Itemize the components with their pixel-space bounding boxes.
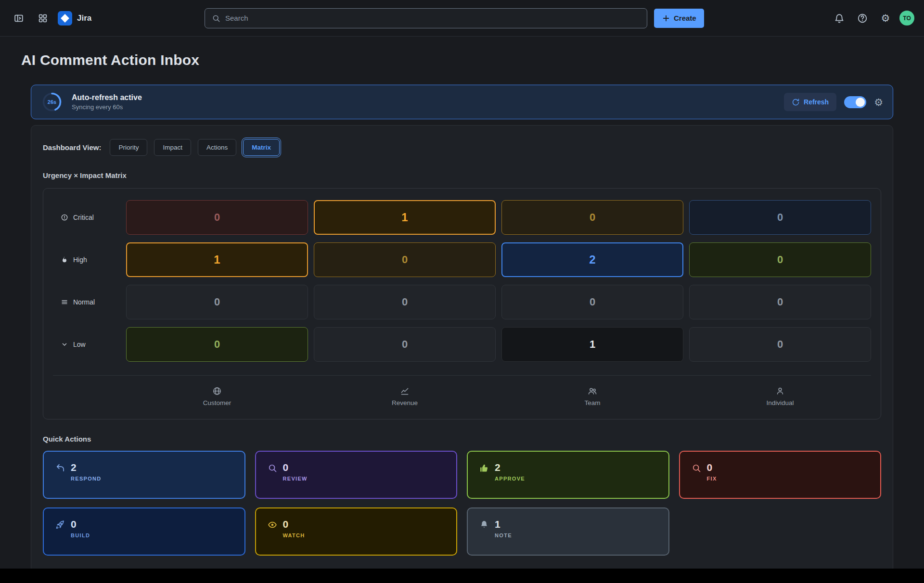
- search-icon: [212, 14, 220, 23]
- quick-action-label: APPROVE: [495, 476, 525, 482]
- toggle-knob: [856, 98, 865, 107]
- quick-action-count: 1: [495, 519, 512, 529]
- help-button[interactable]: [853, 9, 872, 27]
- banner-settings-gear-icon[interactable]: ⚙: [874, 97, 883, 107]
- quick-action-label: NOTE: [495, 532, 512, 538]
- matrix-cell-low-individual[interactable]: 0: [689, 327, 871, 362]
- matrix-column-revenue: Revenue: [314, 386, 496, 406]
- refresh-icon: [792, 98, 800, 106]
- bottom-strip: [0, 569, 924, 583]
- view-button-matrix[interactable]: Matrix: [243, 139, 280, 156]
- rocket-icon: [55, 520, 65, 530]
- quick-action-label: WATCH: [283, 532, 305, 538]
- sidebar-toggle-icon: [13, 13, 24, 24]
- quick-action-label: BUILD: [71, 532, 90, 538]
- quick-action-review[interactable]: 0 REVIEW: [255, 451, 458, 499]
- matrix-cell-low-customer[interactable]: 0: [126, 327, 308, 362]
- jira-home-link[interactable]: Jira: [58, 11, 91, 25]
- refresh-button[interactable]: Refresh: [784, 93, 836, 111]
- matrix-cell-normal-customer[interactable]: 0: [126, 285, 308, 319]
- sidebar-toggle-button[interactable]: [10, 9, 28, 27]
- notifications-button[interactable]: [830, 9, 848, 27]
- matrix-divider: [53, 375, 871, 376]
- bell-icon: [479, 520, 489, 532]
- matrix-cell-low-revenue[interactable]: 0: [314, 327, 496, 362]
- matrix-section-title: Urgency × Impact Matrix: [43, 171, 881, 179]
- matrix-cell-critical-team[interactable]: 0: [501, 200, 683, 235]
- top-navigation-bar: Jira Create: [0, 0, 924, 37]
- app-grid-icon: [38, 13, 48, 24]
- countdown-ring: 26s: [41, 91, 63, 113]
- quick-action-label: REVIEW: [283, 476, 308, 482]
- plus-icon: [662, 14, 670, 23]
- alert-circle-icon: [61, 214, 68, 221]
- page-title: AI Comment Action Inbox: [21, 52, 924, 68]
- dashboard-view-label: Dashboard View:: [43, 143, 101, 152]
- app-name: Jira: [77, 13, 91, 23]
- create-button[interactable]: Create: [654, 9, 704, 28]
- matrix-cell-critical-revenue[interactable]: 1: [314, 200, 496, 235]
- reply-icon: [55, 463, 65, 473]
- matrix-cell-high-individual[interactable]: 0: [689, 242, 871, 277]
- countdown-label: 26s: [48, 99, 56, 105]
- view-button-actions[interactable]: Actions: [198, 139, 236, 156]
- global-search[interactable]: [205, 8, 647, 28]
- quick-action-approve[interactable]: 2 APPROVE: [467, 451, 669, 499]
- user-avatar[interactable]: TO: [899, 11, 914, 25]
- banner-title: Auto-refresh active: [72, 93, 142, 102]
- dashboard-view-switcher: Dashboard View: Priority Impact Actions …: [43, 139, 881, 156]
- matrix-cell-normal-revenue[interactable]: 0: [314, 285, 496, 319]
- matrix-column-individual: Individual: [689, 386, 871, 406]
- search-icon: [268, 463, 277, 473]
- quick-action-note[interactable]: 1 NOTE: [467, 507, 669, 556]
- quick-action-label: FIX: [707, 476, 717, 482]
- matrix-cell-critical-customer[interactable]: 0: [126, 200, 308, 235]
- chevron-down-icon: [61, 341, 68, 348]
- matrix-cell-low-team[interactable]: 1: [501, 327, 683, 362]
- user-icon: [775, 386, 785, 396]
- quick-actions-grid: 2 RESPOND 0 REVIEW 2 APPRO: [43, 451, 881, 556]
- quick-action-count: 0: [71, 519, 90, 529]
- matrix-cell-high-revenue[interactable]: 0: [314, 242, 496, 277]
- globe-icon: [212, 386, 222, 396]
- quick-action-count: 2: [495, 462, 525, 472]
- line-chart-icon: [400, 386, 410, 396]
- matrix-row-label-critical: Critical: [53, 200, 120, 235]
- matrix-row-label-low: Low: [53, 327, 120, 362]
- urgency-impact-matrix: Critical 0 1 0 0 High 1 0 2 0: [43, 188, 881, 419]
- quick-action-watch[interactable]: 0 WATCH: [255, 507, 458, 556]
- quick-action-count: 0: [283, 519, 305, 529]
- search-input[interactable]: [225, 14, 640, 22]
- quick-action-fix[interactable]: 0 FIX: [679, 451, 882, 499]
- matrix-cell-high-customer[interactable]: 1: [126, 242, 308, 277]
- matrix-cell-high-team[interactable]: 2: [501, 242, 683, 277]
- matrix-cell-critical-individual[interactable]: 0: [689, 200, 871, 235]
- quick-action-count: 0: [707, 462, 717, 472]
- question-circle-icon: [857, 13, 868, 24]
- quick-action-build[interactable]: 0 BUILD: [43, 507, 245, 556]
- users-icon: [588, 386, 597, 396]
- quick-action-respond[interactable]: 2 RESPOND: [43, 451, 245, 499]
- matrix-column-team: Team: [501, 386, 683, 406]
- banner-subtitle: Syncing every 60s: [72, 103, 142, 111]
- gear-icon: ⚙: [881, 13, 890, 23]
- eye-icon: [268, 520, 277, 530]
- matrix-cell-normal-team[interactable]: 0: [501, 285, 683, 319]
- view-button-impact[interactable]: Impact: [154, 139, 191, 156]
- matrix-cell-normal-individual[interactable]: 0: [689, 285, 871, 319]
- auto-refresh-toggle[interactable]: [844, 96, 866, 108]
- quick-action-count: 2: [71, 462, 102, 472]
- auto-refresh-banner: 26s Auto-refresh active Syncing every 60…: [31, 85, 893, 119]
- settings-button[interactable]: ⚙: [876, 9, 895, 27]
- create-button-label: Create: [674, 14, 696, 22]
- matrix-column-customer: Customer: [126, 386, 308, 406]
- thumbs-up-icon: [479, 463, 489, 475]
- view-button-priority[interactable]: Priority: [110, 139, 147, 156]
- refresh-button-label: Refresh: [804, 98, 829, 106]
- matrix-row-label-normal: Normal: [53, 285, 120, 319]
- app-window: Jira Create: [0, 0, 924, 569]
- quick-action-count: 0: [283, 462, 308, 472]
- app-switcher-button[interactable]: [34, 9, 52, 27]
- quick-actions-title: Quick Actions: [43, 435, 881, 443]
- quick-action-label: RESPOND: [71, 476, 102, 482]
